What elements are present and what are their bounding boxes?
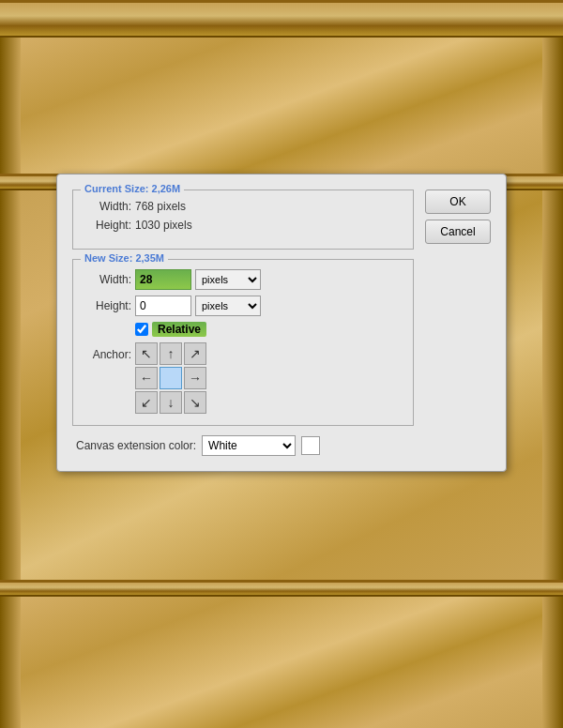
anchor-grid xyxy=(135,342,206,414)
dialog-right-panel: OK Cancel xyxy=(425,190,491,456)
current-width-label: Width: xyxy=(84,200,131,213)
anchor-se[interactable] xyxy=(184,391,206,414)
width-input[interactable] xyxy=(135,269,191,290)
relative-row: Relative xyxy=(135,322,402,337)
height-input[interactable] xyxy=(135,296,191,316)
width-unit-select[interactable]: pixels percent xyxy=(195,269,261,290)
shelf-top-1 xyxy=(0,0,563,38)
canvas-extension-row: Canvas extension color: White Black Back… xyxy=(72,435,414,456)
current-size-section: Current Size: 2,26M Width: 768 pixels He… xyxy=(72,190,414,250)
relative-label: Relative xyxy=(152,322,206,337)
wood-panel-3 xyxy=(21,597,542,728)
new-width-row: Width: pixels percent xyxy=(84,269,402,290)
anchor-row: Anchor: xyxy=(84,342,402,414)
new-width-label: Width: xyxy=(84,273,131,286)
anchor-center[interactable] xyxy=(160,367,182,389)
current-height-row: Height: 1030 pixels xyxy=(84,219,402,232)
anchor-s[interactable] xyxy=(160,391,182,414)
anchor-ne[interactable] xyxy=(184,342,206,365)
current-width-value: 768 pixels xyxy=(135,200,186,213)
current-size-legend: Current Size: 2,26M xyxy=(81,183,184,194)
shelf-side-right-2 xyxy=(542,190,563,580)
new-size-legend: New Size: 2,35M xyxy=(81,252,168,264)
anchor-sw[interactable] xyxy=(135,391,158,414)
ok-button[interactable]: OK xyxy=(425,190,491,214)
canvas-ext-color-select[interactable]: White Black Background Foreground Other.… xyxy=(202,435,296,456)
cancel-button[interactable]: Cancel xyxy=(425,220,491,244)
current-height-value: 1030 pixels xyxy=(135,219,192,232)
shelf-divider-2 xyxy=(0,580,563,597)
anchor-e[interactable] xyxy=(184,367,206,389)
canvas-ext-label: Canvas extension color: xyxy=(76,439,196,452)
relative-checkbox[interactable] xyxy=(135,323,148,336)
height-unit-select[interactable]: pixels percent xyxy=(195,296,261,316)
canvas-ext-color-swatch[interactable] xyxy=(301,436,320,455)
canvas-size-dialog: Current Size: 2,26M Width: 768 pixels He… xyxy=(56,174,507,472)
new-size-section: New Size: 2,35M Width: pixels percent He… xyxy=(72,259,414,426)
dialog-left-panel: Current Size: 2,26M Width: 768 pixels He… xyxy=(72,190,414,456)
anchor-nw[interactable] xyxy=(135,342,158,365)
shelf-side-left-2 xyxy=(0,190,21,580)
new-height-row: Height: pixels percent xyxy=(84,296,402,316)
shelf-side-left-3 xyxy=(0,597,21,728)
anchor-n[interactable] xyxy=(160,342,182,365)
wood-panel-1 xyxy=(21,38,542,174)
shelf-side-left-1 xyxy=(0,38,21,174)
dialog-content: Current Size: 2,26M Width: 768 pixels He… xyxy=(72,190,491,456)
shelf-side-right-3 xyxy=(542,597,563,728)
anchor-w[interactable] xyxy=(135,367,158,389)
current-height-label: Height: xyxy=(84,219,131,232)
shelf-side-right-1 xyxy=(542,38,563,174)
anchor-label: Anchor: xyxy=(84,342,131,361)
new-height-label: Height: xyxy=(84,299,131,312)
current-width-row: Width: 768 pixels xyxy=(84,200,402,213)
